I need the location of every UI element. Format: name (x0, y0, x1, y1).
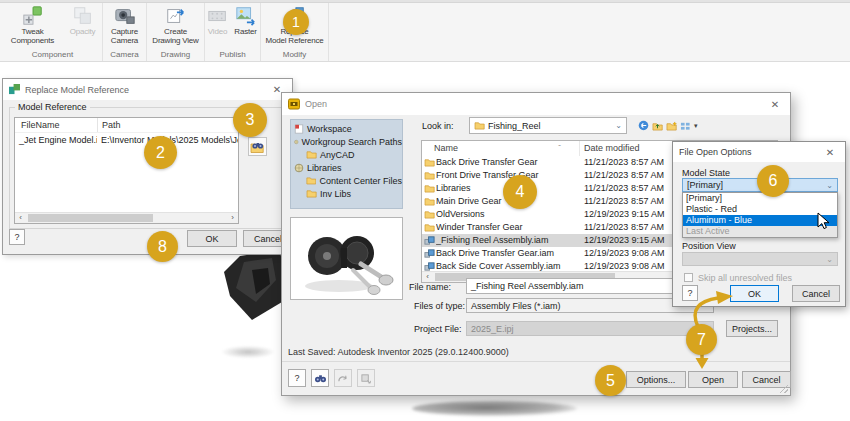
find-button[interactable] (311, 369, 329, 387)
options-button[interactable]: Options... (626, 371, 686, 388)
tree-item-content-center-files[interactable]: Content Center Files (291, 174, 402, 187)
file-date: 12/19/2023 9:08 AM (580, 247, 684, 260)
file-name: _Fishing Reel Assembly.iam (436, 234, 580, 247)
workgroup-icon (294, 137, 299, 147)
position-view-label: Position View (682, 241, 736, 251)
ok-button[interactable]: OK (730, 285, 779, 302)
callout-5: 5 (595, 365, 626, 396)
button-label: CaptureCamera (111, 27, 138, 45)
files-of-type-value: Assembly Files (*.iam) (471, 301, 561, 311)
ribbon-group-label: Camera (103, 49, 146, 61)
raster-button[interactable]: Raster (232, 5, 260, 49)
dialog-tool-buttons: ? (288, 369, 375, 387)
cancel-button[interactable]: Cancel (792, 285, 840, 302)
close-icon[interactable]: ✕ (766, 99, 784, 110)
label-line: Camera (111, 36, 138, 45)
opacity-button: Opacity (64, 5, 102, 49)
insert-carriage-return-button (334, 369, 352, 387)
last-saved-status: Last Saved: Autodesk Inventor 2025 (29.0… (288, 347, 509, 357)
tree-item-inv-libs[interactable]: Inv Libs (291, 187, 402, 200)
video-icon (207, 5, 229, 27)
scroll-left-icon[interactable]: ‹ (422, 272, 433, 282)
file-name-label: File name: (409, 282, 451, 292)
label-line: Drawing View (152, 36, 198, 45)
tree-item-workgroup-search-paths[interactable]: Workgroup Search Paths (291, 135, 402, 148)
video-button: Video (206, 5, 230, 49)
look-in-combobox[interactable]: Fishing_Reel ⌄ (469, 117, 627, 134)
views-menu-icon[interactable] (680, 121, 691, 131)
scroll-left-icon[interactable]: ‹ (15, 213, 26, 223)
views-menu-caret-icon[interactable]: ▾ (694, 122, 698, 130)
replace-dialog-icon (9, 84, 20, 95)
groupbox-label: Model Reference (15, 102, 90, 112)
help-button[interactable]: ? (9, 229, 25, 245)
open-from-vault-button (357, 369, 375, 387)
back-icon[interactable] (638, 120, 649, 131)
tree-item-libraries[interactable]: Libraries (291, 161, 402, 174)
jet-engine-model-fragment (222, 250, 284, 324)
dialog-titlebar: Open ✕ (282, 93, 790, 115)
column-filename[interactable]: FileName (15, 118, 97, 132)
chevron-down-icon[interactable]: ⌄ (826, 181, 833, 190)
folder-icon (306, 189, 317, 198)
project-file-value: 2025_E.ipj (471, 324, 514, 334)
resize-grip[interactable] (779, 384, 788, 393)
up-one-level-icon[interactable] (652, 121, 663, 131)
browse-button[interactable] (248, 137, 267, 156)
open-dialog-icon (288, 98, 300, 110)
label-line: Capture (111, 27, 138, 36)
dropdown-item-highlighted[interactable]: Aluminum - Blue (683, 215, 837, 226)
scroll-right-icon[interactable]: › (227, 213, 238, 223)
callout-2: 2 (144, 136, 177, 169)
new-folder-icon[interactable] (666, 121, 677, 131)
help-button[interactable]: ? (288, 369, 306, 387)
dropdown-item[interactable]: [Primary] (683, 193, 837, 204)
row-filename: _Jet Engine Model.iam (15, 133, 97, 147)
ribbon-group-publish: Video Raster Publish (205, 3, 261, 61)
look-in-label: Look in: (422, 121, 454, 131)
tree-item-anycad[interactable]: AnyCAD (291, 148, 402, 161)
dialog-title: Replace Model Reference (25, 85, 129, 95)
chevron-down-icon: ⌄ (826, 255, 833, 264)
projects-button[interactable]: Projects... (726, 320, 778, 337)
close-icon[interactable]: ✕ (821, 147, 839, 158)
ok-button[interactable]: OK (187, 230, 237, 247)
open-button[interactable]: Open (688, 371, 738, 388)
create-drawing-view-icon (165, 5, 187, 27)
tree-item-label: Workgroup Search Paths (302, 137, 402, 147)
ribbon-group-label: Modify (261, 49, 328, 61)
callout-3: 3 (233, 103, 267, 137)
chevron-down-icon[interactable]: ⌄ (615, 121, 622, 130)
column-date-modified[interactable]: Date modified (580, 141, 684, 156)
file-date: 11/21/2023 8:57 AM (580, 182, 684, 195)
label-line: Opacity (70, 27, 96, 36)
model-state-dropdown: [Primary] Plastic - Red Aluminum - Blue … (682, 192, 838, 238)
column-path[interactable]: Path (97, 118, 238, 132)
dialog-title: Open (305, 99, 327, 109)
label-line: Raster (234, 27, 256, 36)
file-name: Winder Transfer Gear (436, 221, 580, 234)
dialog-titlebar: File Open Options ✕ (673, 142, 845, 162)
create-drawing-view-button[interactable]: CreateDrawing View (148, 5, 204, 49)
file-preview (290, 217, 403, 300)
file-date: 11/21/2023 8:57 AM (580, 169, 684, 182)
help-button[interactable]: ? (682, 285, 698, 301)
tweak-components-icon (22, 5, 44, 27)
button-label: Raster (234, 27, 256, 36)
capture-camera-button[interactable]: CaptureCamera (104, 5, 146, 49)
list-row[interactable]: _Jet Engine Model.iam E:\Inventor Models… (15, 133, 238, 147)
model-shadow (222, 346, 274, 358)
tree-item-workspace[interactable]: Workspace (291, 122, 402, 135)
file-name: Back Drive Transfer Gear.iam (436, 247, 580, 260)
horizontal-scrollbar[interactable]: ‹ › (15, 212, 238, 223)
binoculars-icon (314, 373, 327, 384)
column-name[interactable]: Nameˆ (422, 141, 580, 156)
model-reference-list[interactable]: FileName Path _Jet Engine Model.iam E:\I… (14, 117, 239, 224)
button-label: TweakComponents (11, 27, 54, 45)
tweak-components-button[interactable]: TweakComponents (4, 5, 62, 49)
tree-item-label: Inv Libs (320, 189, 351, 199)
folder-icon (306, 176, 316, 185)
dropdown-item[interactable]: Plastic - Red (683, 204, 837, 215)
opacity-icon (72, 5, 94, 27)
scrollbar-thumb[interactable] (28, 214, 153, 222)
